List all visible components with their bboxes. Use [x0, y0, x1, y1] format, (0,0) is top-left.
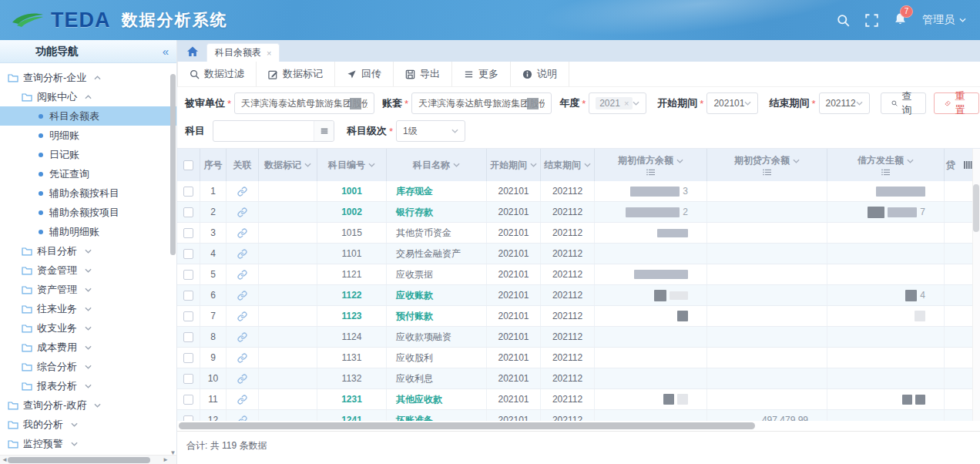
cell-subject-name[interactable]: 应收票据 — [387, 264, 487, 284]
cell-subject-name[interactable]: 交易性金融资产 — [387, 244, 487, 264]
row-checkbox[interactable] — [183, 270, 193, 280]
cell-subject-code[interactable]: 1001 — [317, 181, 387, 201]
sidebar-item-folder-19[interactable]: 监控预警 — [0, 434, 176, 453]
row-checkbox[interactable] — [183, 395, 193, 405]
sidebar-item-folder-10[interactable]: 资金管理 — [0, 261, 176, 280]
cell-subject-name[interactable]: 坏账准备 — [387, 410, 487, 421]
cell-relation[interactable] — [227, 285, 259, 305]
row-checkbox[interactable] — [183, 415, 193, 422]
audited-unit-input[interactable]: 天津滨海泰达航母旅游集团股份 — [234, 92, 374, 114]
scrollbar-thumb[interactable] — [179, 422, 755, 429]
cell-relation[interactable] — [227, 306, 259, 326]
sidebar-item-folder-11[interactable]: 资产管理 — [0, 280, 176, 299]
end-period-select[interactable]: 202112 — [819, 92, 870, 114]
column-header-rel[interactable]: 关联 — [227, 149, 259, 181]
cell-relation[interactable] — [227, 264, 259, 284]
toolbar-button-search[interactable]: 数据过滤 — [177, 62, 257, 86]
column-header-check[interactable] — [177, 149, 200, 181]
cell-subject-name[interactable]: 其他应收款 — [387, 389, 487, 409]
column-header-jf[interactable]: 借方发生额 — [827, 149, 945, 181]
cell-relation[interactable] — [227, 348, 259, 368]
toolbar-button-send[interactable]: 回传 — [335, 62, 394, 86]
cell-subject-code[interactable]: 1101 — [317, 244, 387, 264]
cell-relation[interactable] — [227, 223, 259, 243]
scrollbar-thumb[interactable] — [170, 74, 176, 255]
toolbar-button-more[interactable]: 更多 — [452, 62, 511, 86]
search-icon[interactable] — [837, 14, 850, 27]
subject-picker-button[interactable] — [314, 121, 334, 141]
cell-relation[interactable] — [227, 202, 259, 222]
sidebar-item-folder-1[interactable]: 阅账中心 — [0, 87, 176, 106]
cell-subject-code[interactable]: 1002 — [317, 202, 387, 222]
cell-subject-code[interactable]: 1241 — [317, 410, 387, 421]
toolbar-button-export[interactable]: 导出 — [394, 62, 452, 86]
cell-subject-code[interactable]: 1231 — [317, 389, 387, 409]
tag-close-icon[interactable]: × — [624, 99, 629, 108]
toolbar-button-info[interactable]: 说明 — [511, 62, 569, 86]
column-header-mark[interactable]: 数据标记 — [259, 149, 317, 181]
sidebar-item-leaf-8[interactable]: 辅助明细账 — [0, 222, 176, 241]
row-checkbox[interactable] — [183, 353, 193, 363]
sidebar-item-folder-12[interactable]: 往来业务 — [0, 299, 176, 318]
cell-subject-name[interactable]: 其他货币资金 — [387, 223, 487, 243]
cell-relation[interactable] — [227, 410, 259, 421]
sidebar-item-leaf-5[interactable]: 凭证查询 — [0, 164, 176, 183]
sidebar-item-leaf-4[interactable]: 日记账 — [0, 145, 176, 164]
sidebar-item-leaf-7[interactable]: 辅助余额按项目 — [0, 203, 176, 222]
cell-subject-code[interactable]: 1131 — [317, 348, 387, 368]
home-icon[interactable] — [186, 45, 199, 58]
row-checkbox[interactable] — [183, 207, 193, 217]
column-header-no[interactable]: 序号 — [200, 149, 227, 181]
column-header-df[interactable]: 贷 — [945, 149, 975, 181]
sidebar-horizontal-scrollbar[interactable]: ◄ ► — [0, 455, 176, 464]
cell-subject-name[interactable]: 预付账款 — [387, 306, 487, 326]
cell-subject-name[interactable]: 银行存款 — [387, 202, 487, 222]
cell-subject-code[interactable]: 1122 — [317, 285, 387, 305]
sidebar-item-leaf-2[interactable]: 科目余额表 — [0, 106, 176, 126]
subject-input[interactable] — [213, 120, 334, 142]
column-header-qb[interactable]: 期初借方余额 — [595, 149, 707, 181]
sidebar-collapse-button[interactable]: « — [163, 45, 169, 57]
cell-relation[interactable] — [227, 244, 259, 264]
column-header-start[interactable]: 开始期间 — [487, 149, 541, 181]
row-checkbox[interactable] — [183, 332, 193, 342]
column-header-qd[interactable]: 期初贷方余额 — [707, 149, 827, 181]
row-checkbox[interactable] — [183, 187, 193, 197]
sidebar-item-folder-9[interactable]: 科目分析 — [0, 241, 176, 261]
query-button[interactable]: 查询 — [881, 92, 926, 114]
table-vertical-scrollbar[interactable] — [972, 149, 980, 421]
select-all-checkbox[interactable] — [183, 160, 193, 170]
scroll-left-arrow[interactable]: ◄ — [2, 456, 8, 463]
row-checkbox[interactable] — [183, 311, 193, 321]
cell-relation[interactable] — [227, 389, 259, 409]
sidebar-item-folder-18[interactable]: 我的分析 — [0, 415, 176, 434]
fullscreen-icon[interactable] — [865, 14, 878, 27]
row-checkbox[interactable] — [183, 228, 193, 238]
column-header-code[interactable]: 科目编号 — [317, 149, 387, 181]
cell-subject-name[interactable]: 应收款项融资 — [387, 327, 487, 347]
sidebar-vertical-scrollbar[interactable]: ▼ — [169, 68, 176, 446]
sidebar-item-folder-0[interactable]: 查询分析-企业 — [0, 68, 176, 87]
sidebar-item-folder-17[interactable]: 查询分析-政府 — [0, 395, 176, 415]
row-checkbox[interactable] — [183, 249, 193, 259]
sidebar-item-folder-15[interactable]: 综合分析 — [0, 357, 176, 376]
cell-subject-name[interactable]: 库存现金 — [387, 181, 487, 201]
notifications-button[interactable]: 7 — [894, 12, 907, 29]
table-horizontal-scrollbar[interactable] — [177, 421, 980, 431]
scroll-right-arrow[interactable]: ► — [163, 456, 169, 463]
sidebar-item-folder-13[interactable]: 收支业务 — [0, 318, 176, 338]
sidebar-item-folder-14[interactable]: 成本费用 — [0, 338, 176, 357]
subject-level-select[interactable]: 1级 — [396, 120, 465, 142]
start-period-select[interactable]: 202101 — [706, 92, 758, 114]
sidebar-item-folder-16[interactable]: 报表分析 — [0, 376, 176, 395]
account-set-input[interactable]: 天津滨海泰达航母旅游集团股份 — [411, 92, 552, 114]
cell-subject-name[interactable]: 应收利息 — [387, 368, 487, 388]
user-menu[interactable]: 管理员 — [922, 13, 966, 27]
year-select[interactable]: 2021 × — [589, 92, 646, 114]
cell-subject-name[interactable]: 应收股利 — [387, 348, 487, 368]
cell-subject-code[interactable]: 1132 — [317, 368, 387, 388]
cell-subject-code[interactable]: 1124 — [317, 327, 387, 347]
column-header-end[interactable]: 结束期间 — [541, 149, 595, 181]
row-checkbox[interactable] — [183, 291, 193, 301]
cell-subject-code[interactable]: 1015 — [317, 223, 387, 243]
